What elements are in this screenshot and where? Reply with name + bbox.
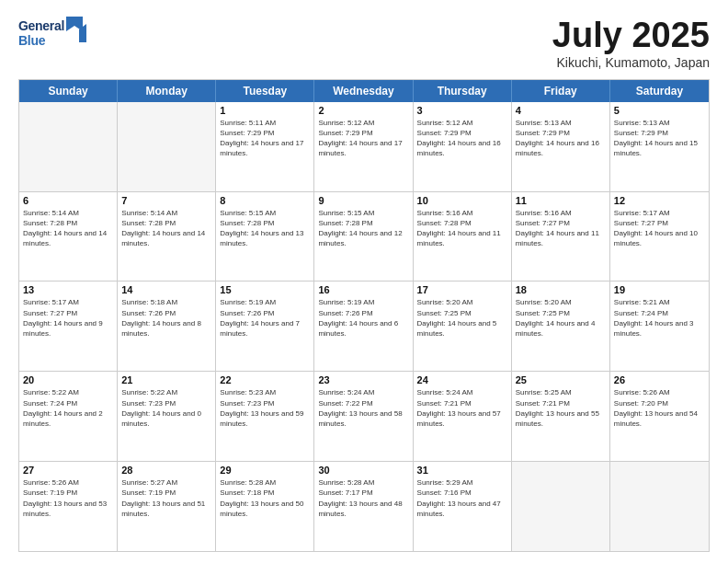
day-info: Sunrise: 5:11 AM Sunset: 7:29 PM Dayligh… bbox=[220, 118, 310, 159]
empty-cell bbox=[512, 462, 610, 551]
day-cell-11: 11Sunrise: 5:16 AM Sunset: 7:27 PM Dayli… bbox=[512, 192, 610, 282]
day-info: Sunrise: 5:19 AM Sunset: 7:26 PM Dayligh… bbox=[220, 297, 310, 339]
day-cell-27: 27Sunrise: 5:26 AM Sunset: 7:19 PM Dayli… bbox=[19, 462, 118, 551]
day-number: 6 bbox=[23, 195, 113, 206]
logo: General Blue bbox=[18, 17, 86, 48]
day-info: Sunrise: 5:12 AM Sunset: 7:29 PM Dayligh… bbox=[318, 118, 408, 159]
logo-icon: General Blue bbox=[18, 17, 86, 48]
day-number: 29 bbox=[220, 465, 310, 476]
day-cell-6: 6Sunrise: 5:14 AM Sunset: 7:28 PM Daylig… bbox=[19, 192, 118, 282]
day-number: 9 bbox=[318, 195, 408, 206]
day-cell-21: 21Sunrise: 5:22 AM Sunset: 7:23 PM Dayli… bbox=[118, 372, 216, 461]
day-info: Sunrise: 5:25 AM Sunset: 7:21 PM Dayligh… bbox=[516, 387, 606, 429]
calendar-body: 1Sunrise: 5:11 AM Sunset: 7:29 PM Daylig… bbox=[19, 102, 709, 551]
header: General Blue July 2025 Kikuchi, Kumamoto… bbox=[18, 17, 710, 70]
day-number: 26 bbox=[614, 374, 705, 385]
day-number: 7 bbox=[121, 195, 211, 206]
day-cell-8: 8Sunrise: 5:15 AM Sunset: 7:28 PM Daylig… bbox=[216, 192, 314, 282]
day-cell-19: 19Sunrise: 5:21 AM Sunset: 7:24 PM Dayli… bbox=[610, 282, 709, 371]
day-number: 31 bbox=[417, 465, 507, 476]
day-cell-10: 10Sunrise: 5:16 AM Sunset: 7:28 PM Dayli… bbox=[414, 192, 512, 282]
day-cell-25: 25Sunrise: 5:25 AM Sunset: 7:21 PM Dayli… bbox=[512, 372, 610, 461]
day-cell-29: 29Sunrise: 5:28 AM Sunset: 7:18 PM Dayli… bbox=[216, 462, 314, 551]
month-title: July 2025 bbox=[552, 17, 710, 55]
page: General Blue July 2025 Kikuchi, Kumamoto… bbox=[0, 0, 728, 563]
day-number: 5 bbox=[614, 105, 705, 116]
day-info: Sunrise: 5:28 AM Sunset: 7:17 PM Dayligh… bbox=[318, 477, 408, 519]
day-info: Sunrise: 5:22 AM Sunset: 7:23 PM Dayligh… bbox=[121, 387, 211, 429]
empty-cell bbox=[19, 102, 118, 191]
day-info: Sunrise: 5:24 AM Sunset: 7:22 PM Dayligh… bbox=[318, 387, 408, 429]
day-header-sunday: Sunday bbox=[19, 80, 118, 102]
day-info: Sunrise: 5:18 AM Sunset: 7:26 PM Dayligh… bbox=[121, 297, 211, 339]
day-number: 27 bbox=[23, 465, 113, 476]
day-number: 11 bbox=[516, 195, 606, 206]
day-number: 30 bbox=[318, 465, 408, 476]
empty-cell bbox=[610, 462, 709, 551]
day-number: 16 bbox=[318, 284, 408, 295]
calendar-row-1: 1Sunrise: 5:11 AM Sunset: 7:29 PM Daylig… bbox=[19, 102, 709, 191]
day-cell-26: 26Sunrise: 5:26 AM Sunset: 7:20 PM Dayli… bbox=[610, 372, 709, 461]
day-info: Sunrise: 5:16 AM Sunset: 7:27 PM Dayligh… bbox=[516, 208, 606, 249]
calendar-header: SundayMondayTuesdayWednesdayThursdayFrid… bbox=[19, 80, 709, 102]
day-cell-1: 1Sunrise: 5:11 AM Sunset: 7:29 PM Daylig… bbox=[216, 102, 314, 191]
day-cell-30: 30Sunrise: 5:28 AM Sunset: 7:17 PM Dayli… bbox=[314, 462, 413, 551]
day-number: 22 bbox=[220, 374, 310, 385]
day-info: Sunrise: 5:20 AM Sunset: 7:25 PM Dayligh… bbox=[516, 297, 606, 339]
day-info: Sunrise: 5:21 AM Sunset: 7:24 PM Dayligh… bbox=[614, 297, 705, 339]
day-number: 1 bbox=[220, 105, 310, 116]
day-number: 13 bbox=[23, 284, 113, 295]
day-number: 23 bbox=[318, 374, 408, 385]
day-number: 28 bbox=[121, 465, 211, 476]
day-info: Sunrise: 5:20 AM Sunset: 7:25 PM Dayligh… bbox=[417, 297, 507, 339]
day-number: 15 bbox=[220, 284, 310, 295]
day-cell-12: 12Sunrise: 5:17 AM Sunset: 7:27 PM Dayli… bbox=[610, 192, 709, 282]
day-number: 3 bbox=[417, 105, 507, 116]
day-info: Sunrise: 5:26 AM Sunset: 7:20 PM Dayligh… bbox=[614, 387, 705, 429]
day-number: 24 bbox=[417, 374, 507, 385]
day-info: Sunrise: 5:19 AM Sunset: 7:26 PM Dayligh… bbox=[318, 297, 408, 339]
day-cell-3: 3Sunrise: 5:12 AM Sunset: 7:29 PM Daylig… bbox=[414, 102, 512, 191]
day-number: 4 bbox=[516, 105, 606, 116]
day-info: Sunrise: 5:15 AM Sunset: 7:28 PM Dayligh… bbox=[318, 208, 408, 249]
day-cell-4: 4Sunrise: 5:13 AM Sunset: 7:29 PM Daylig… bbox=[512, 102, 610, 191]
day-cell-5: 5Sunrise: 5:13 AM Sunset: 7:29 PM Daylig… bbox=[610, 102, 709, 191]
day-cell-17: 17Sunrise: 5:20 AM Sunset: 7:25 PM Dayli… bbox=[414, 282, 512, 371]
day-header-tuesday: Tuesday bbox=[216, 80, 314, 102]
day-number: 18 bbox=[516, 284, 606, 295]
day-cell-9: 9Sunrise: 5:15 AM Sunset: 7:28 PM Daylig… bbox=[314, 192, 413, 282]
day-info: Sunrise: 5:17 AM Sunset: 7:27 PM Dayligh… bbox=[614, 208, 705, 249]
day-number: 2 bbox=[318, 105, 408, 116]
day-number: 25 bbox=[516, 374, 606, 385]
calendar: SundayMondayTuesdayWednesdayThursdayFrid… bbox=[18, 79, 710, 552]
day-number: 10 bbox=[417, 195, 507, 206]
day-header-wednesday: Wednesday bbox=[314, 80, 413, 102]
day-info: Sunrise: 5:13 AM Sunset: 7:29 PM Dayligh… bbox=[516, 118, 606, 159]
day-cell-24: 24Sunrise: 5:24 AM Sunset: 7:21 PM Dayli… bbox=[414, 372, 512, 461]
day-number: 20 bbox=[23, 374, 113, 385]
day-info: Sunrise: 5:14 AM Sunset: 7:28 PM Dayligh… bbox=[23, 208, 113, 249]
day-info: Sunrise: 5:16 AM Sunset: 7:28 PM Dayligh… bbox=[417, 208, 507, 249]
day-info: Sunrise: 5:22 AM Sunset: 7:24 PM Dayligh… bbox=[23, 387, 113, 429]
day-cell-7: 7Sunrise: 5:14 AM Sunset: 7:28 PM Daylig… bbox=[118, 192, 216, 282]
day-header-thursday: Thursday bbox=[414, 80, 512, 102]
logo-flag-icon bbox=[66, 17, 86, 46]
day-number: 21 bbox=[121, 374, 211, 385]
day-cell-20: 20Sunrise: 5:22 AM Sunset: 7:24 PM Dayli… bbox=[19, 372, 118, 461]
calendar-row-2: 6Sunrise: 5:14 AM Sunset: 7:28 PM Daylig… bbox=[19, 191, 709, 282]
logo-blue-text: Blue bbox=[18, 33, 64, 48]
empty-cell bbox=[118, 102, 216, 191]
day-info: Sunrise: 5:28 AM Sunset: 7:18 PM Dayligh… bbox=[220, 477, 310, 519]
day-info: Sunrise: 5:15 AM Sunset: 7:28 PM Dayligh… bbox=[220, 208, 310, 249]
day-cell-28: 28Sunrise: 5:27 AM Sunset: 7:19 PM Dayli… bbox=[118, 462, 216, 551]
day-info: Sunrise: 5:14 AM Sunset: 7:28 PM Dayligh… bbox=[121, 208, 211, 249]
day-info: Sunrise: 5:17 AM Sunset: 7:27 PM Dayligh… bbox=[23, 297, 113, 339]
day-info: Sunrise: 5:12 AM Sunset: 7:29 PM Dayligh… bbox=[417, 118, 507, 159]
day-info: Sunrise: 5:13 AM Sunset: 7:29 PM Dayligh… bbox=[614, 118, 705, 159]
calendar-row-4: 20Sunrise: 5:22 AM Sunset: 7:24 PM Dayli… bbox=[19, 371, 709, 461]
day-info: Sunrise: 5:26 AM Sunset: 7:19 PM Dayligh… bbox=[23, 477, 113, 519]
day-info: Sunrise: 5:29 AM Sunset: 7:16 PM Dayligh… bbox=[417, 477, 507, 519]
day-info: Sunrise: 5:23 AM Sunset: 7:23 PM Dayligh… bbox=[220, 387, 310, 429]
day-cell-13: 13Sunrise: 5:17 AM Sunset: 7:27 PM Dayli… bbox=[19, 282, 118, 371]
calendar-row-3: 13Sunrise: 5:17 AM Sunset: 7:27 PM Dayli… bbox=[19, 281, 709, 371]
